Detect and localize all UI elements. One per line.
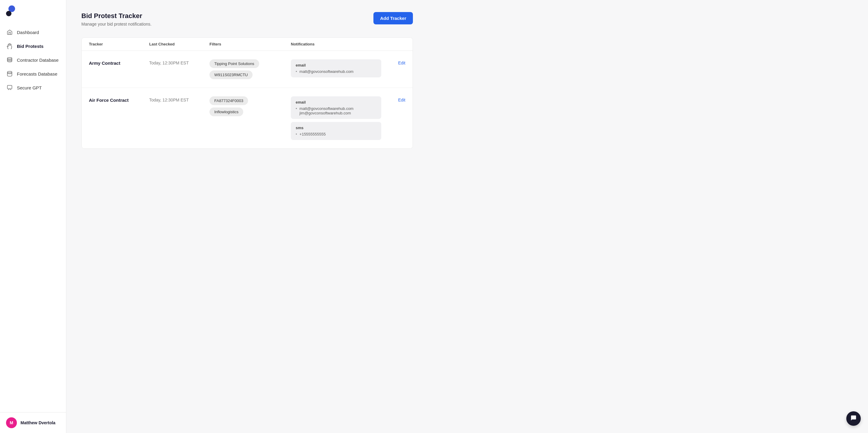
cylinder-icon [7, 71, 13, 77]
sidebar-item-forecasts-database-label: Forecasts Database [17, 71, 57, 76]
notifications-army: email matt@govconsoftwarehub.com [291, 59, 381, 77]
filters-army: Tipping Point Solutions W911S023RMCTU [210, 59, 291, 79]
sidebar-item-secure-gpt-label: Secure GPT [17, 85, 42, 90]
chat-bubble-icon [850, 415, 857, 423]
home-icon [7, 29, 13, 35]
tracker-name-army: Army Contract [89, 59, 149, 66]
table-row: Air Force Contract Today, 12:30PM EST FA… [82, 88, 412, 148]
tracker-name-airforce: Air Force Contract [89, 96, 149, 103]
page-header: Bid Protest Tracker Manage your bid prot… [82, 12, 413, 27]
edit-cell-airforce: Edit [381, 96, 405, 102]
col-last-checked: Last Checked [149, 42, 210, 46]
notification-item-sms: +15555555555 [296, 132, 376, 136]
notifications-airforce: email matt@govconsoftwarehub.com jim@gov… [291, 96, 381, 140]
filter-tag: FA877324F0003 [210, 96, 248, 105]
sidebar: Dashboard Bid Protests Contractor Dat [0, 0, 66, 433]
edit-cell-army: Edit [381, 59, 405, 65]
sidebar-item-contractor-database-label: Contractor Database [17, 58, 59, 63]
add-tracker-button[interactable]: Add Tracker [373, 12, 413, 24]
sidebar-nav: Dashboard Bid Protests Contractor Dat [0, 22, 66, 412]
tracker-table: Tracker Last Checked Filters Notificatio… [82, 37, 413, 149]
chat-square-icon [7, 85, 13, 91]
edit-link-airforce[interactable]: Edit [398, 98, 405, 102]
notification-type-sms: sms [296, 126, 376, 130]
notification-box-email: email matt@govconsoftwarehub.com jim@gov… [291, 96, 381, 119]
edit-link-army[interactable]: Edit [398, 61, 405, 65]
last-checked-army: Today, 12:30PM EST [149, 59, 210, 65]
notification-type: email [296, 63, 376, 67]
notification-type: email [296, 100, 376, 104]
page-title: Bid Protest Tracker [82, 12, 152, 20]
sidebar-item-contractor-database[interactable]: Contractor Database [0, 53, 66, 67]
sidebar-item-bid-protests[interactable]: Bid Protests [0, 39, 66, 53]
last-checked-airforce: Today, 12:30PM EST [149, 96, 210, 102]
svg-rect-2 [7, 86, 12, 89]
database-icon [7, 57, 13, 63]
col-actions [381, 42, 405, 46]
notification-box-sms: sms +15555555555 [291, 122, 381, 140]
sidebar-item-forecasts-database[interactable]: Forecasts Database [0, 67, 66, 81]
main-content: Bid Protest Tracker Manage your bid prot… [66, 0, 868, 433]
notification-box-email: email matt@govconsoftwarehub.com [291, 59, 381, 77]
filters-airforce: FA877324F0003 Inflowlogistics [210, 96, 291, 116]
table-row: Army Contract Today, 12:30PM EST Tipping… [82, 51, 412, 88]
col-notifications: Notifications [291, 42, 381, 46]
hand-icon [7, 43, 13, 49]
sidebar-item-secure-gpt[interactable]: Secure GPT [0, 81, 66, 95]
svg-point-1 [7, 71, 12, 73]
page-title-block: Bid Protest Tracker Manage your bid prot… [82, 12, 152, 27]
avatar: M [6, 417, 17, 428]
page-subtitle: Manage your bid protest notifications. [82, 22, 152, 27]
logo [0, 0, 66, 22]
filter-tag: W911S023RMCTU [210, 70, 253, 79]
sidebar-footer: M Matthew Dvertola [0, 412, 66, 433]
sidebar-item-bid-protests-label: Bid Protests [17, 44, 43, 49]
sidebar-item-dashboard[interactable]: Dashboard [0, 25, 66, 39]
col-tracker: Tracker [89, 42, 149, 46]
notification-item: matt@govconsoftwarehub.com [296, 69, 376, 74]
svg-point-0 [7, 58, 12, 59]
col-filters: Filters [210, 42, 291, 46]
chat-button[interactable] [846, 411, 861, 426]
notification-item: matt@govconsoftwarehub.com jim@govconsof… [296, 106, 376, 115]
logo-icon [6, 5, 17, 16]
filter-tag: Tipping Point Solutions [210, 59, 259, 68]
sidebar-item-dashboard-label: Dashboard [17, 30, 39, 35]
user-name: Matthew Dvertola [21, 420, 56, 425]
table-header: Tracker Last Checked Filters Notificatio… [82, 38, 412, 51]
filter-tag: Inflowlogistics [210, 107, 243, 116]
